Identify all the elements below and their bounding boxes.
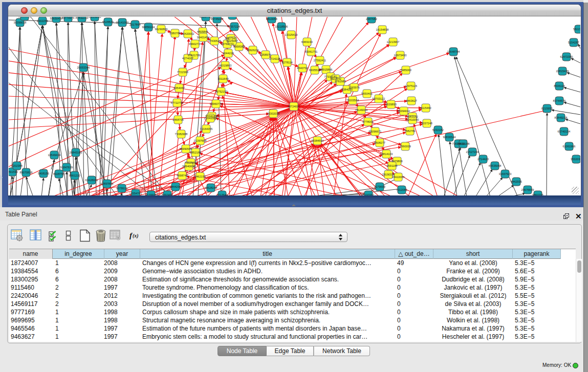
svg-text:32420002: 32420002 bbox=[182, 32, 194, 35]
svg-text:20815439: 20815439 bbox=[556, 70, 569, 73]
svg-text:9115460: 9115460 bbox=[420, 106, 431, 110]
svg-text:83849218: 83849218 bbox=[555, 116, 568, 119]
svg-text:10973493: 10973493 bbox=[394, 54, 407, 57]
svg-text:53703122: 53703122 bbox=[373, 97, 385, 100]
svg-text:89774974: 89774974 bbox=[62, 17, 75, 19]
svg-text:93760773: 93760773 bbox=[221, 42, 234, 46]
svg-text:87832216: 87832216 bbox=[76, 17, 89, 19]
svg-text:2714423: 2714423 bbox=[477, 158, 489, 161]
svg-text:57722796: 57722796 bbox=[171, 101, 184, 104]
svg-text:62897893: 62897893 bbox=[101, 182, 114, 185]
svg-text:8215955: 8215955 bbox=[541, 107, 553, 110]
svg-text:99745048: 99745048 bbox=[211, 17, 224, 20]
svg-text:52410090: 52410090 bbox=[406, 118, 419, 121]
svg-text:16648784: 16648784 bbox=[447, 50, 460, 53]
svg-text:23302035: 23302035 bbox=[267, 112, 280, 115]
svg-text:5408156: 5408156 bbox=[38, 172, 49, 175]
svg-text:89070818: 89070818 bbox=[20, 171, 33, 174]
svg-text:12975115: 12975115 bbox=[405, 84, 417, 87]
svg-text:19218506: 19218506 bbox=[275, 25, 288, 28]
svg-text:5037248: 5037248 bbox=[421, 122, 432, 125]
svg-text:1358976: 1358976 bbox=[260, 53, 271, 56]
svg-text:9078612: 9078612 bbox=[116, 187, 127, 190]
svg-text:29676659: 29676659 bbox=[521, 188, 534, 191]
svg-text:26843185: 26843185 bbox=[70, 151, 82, 154]
svg-text:4891590: 4891590 bbox=[9, 170, 18, 173]
svg-text:6079806: 6079806 bbox=[391, 160, 403, 163]
svg-text:83744576: 83744576 bbox=[553, 99, 566, 102]
svg-text:2724228: 2724228 bbox=[269, 57, 280, 60]
svg-text:96290869: 96290869 bbox=[155, 28, 168, 31]
svg-text:(x): (x) bbox=[133, 233, 139, 239]
svg-text:85096671: 85096671 bbox=[369, 130, 382, 133]
svg-text:21397668: 21397668 bbox=[194, 139, 207, 142]
svg-text:5154287: 5154287 bbox=[568, 41, 579, 44]
svg-text:2017864: 2017864 bbox=[129, 23, 141, 26]
svg-text:90836544: 90836544 bbox=[443, 136, 456, 139]
svg-text:19384554: 19384554 bbox=[311, 139, 324, 142]
svg-text:70025882: 70025882 bbox=[185, 161, 198, 164]
svg-text:2302255: 2302255 bbox=[37, 19, 48, 23]
svg-text:31667923: 31667923 bbox=[499, 172, 512, 176]
svg-text:8508277: 8508277 bbox=[374, 141, 385, 144]
svg-text:90628248: 90628248 bbox=[205, 186, 217, 189]
svg-text:7582781: 7582781 bbox=[404, 129, 416, 133]
svg-text:1468706: 1468706 bbox=[172, 118, 184, 121]
svg-text:7722368: 7722368 bbox=[177, 71, 188, 74]
svg-text:4540702: 4540702 bbox=[297, 67, 308, 70]
svg-text:5650401: 5650401 bbox=[361, 92, 373, 95]
svg-text:6935510: 6935510 bbox=[309, 69, 320, 72]
svg-text:2179699: 2179699 bbox=[374, 185, 385, 188]
svg-text:36401454: 36401454 bbox=[197, 36, 210, 39]
svg-text:9778001: 9778001 bbox=[362, 120, 374, 123]
svg-text:2639893: 2639893 bbox=[385, 103, 397, 106]
svg-text:73382988: 73382988 bbox=[175, 133, 188, 136]
svg-text:55650450: 55650450 bbox=[50, 17, 63, 20]
svg-text:36752197: 36752197 bbox=[215, 90, 228, 93]
svg-text:1462193: 1462193 bbox=[194, 175, 206, 178]
svg-text:45535068: 45535068 bbox=[489, 164, 502, 167]
svg-text:3532032: 3532032 bbox=[571, 158, 580, 161]
svg-text:30399018: 30399018 bbox=[14, 21, 27, 24]
svg-text:4698744: 4698744 bbox=[177, 174, 188, 177]
svg-text:83061791: 83061791 bbox=[305, 50, 318, 53]
svg-text:21643368: 21643368 bbox=[204, 117, 217, 120]
svg-text:39902737: 39902737 bbox=[189, 42, 202, 46]
svg-text:74939188: 74939188 bbox=[457, 142, 470, 145]
svg-text:8278114: 8278114 bbox=[281, 61, 292, 64]
svg-text:18724007: 18724007 bbox=[288, 105, 300, 108]
svg-text:7357224: 7357224 bbox=[229, 25, 240, 28]
svg-text:12213967: 12213967 bbox=[387, 40, 400, 43]
svg-text:19229206: 19229206 bbox=[89, 17, 101, 18]
svg-text:8536114: 8536114 bbox=[554, 84, 564, 87]
svg-text:91847639: 91847639 bbox=[60, 166, 73, 169]
svg-text:4354067: 4354067 bbox=[173, 86, 185, 90]
svg-text:85394042: 85394042 bbox=[398, 110, 410, 113]
svg-text:63428001: 63428001 bbox=[85, 179, 98, 182]
svg-text:72164355: 72164355 bbox=[200, 127, 213, 130]
svg-text:99141000: 99141000 bbox=[116, 21, 129, 24]
svg-text:3011649: 3011649 bbox=[217, 77, 228, 80]
svg-text:20053346: 20053346 bbox=[77, 66, 90, 69]
svg-text:35990584: 35990584 bbox=[180, 147, 192, 150]
svg-text:9463627: 9463627 bbox=[406, 99, 417, 102]
svg-text:8028755: 8028755 bbox=[53, 172, 64, 176]
svg-text:61061966: 61061966 bbox=[563, 145, 576, 148]
svg-text:58940600: 58940600 bbox=[183, 165, 195, 168]
svg-text:3852188: 3852188 bbox=[190, 151, 201, 154]
svg-text:66599395: 66599395 bbox=[18, 17, 31, 18]
svg-text:33960779: 33960779 bbox=[210, 102, 223, 105]
svg-text:13325419: 13325419 bbox=[285, 33, 298, 36]
svg-text:78149300: 78149300 bbox=[355, 108, 368, 112]
svg-text:4274007: 4274007 bbox=[182, 57, 193, 60]
svg-text:78203564: 78203564 bbox=[346, 99, 359, 102]
svg-text:7990009: 7990009 bbox=[400, 145, 411, 148]
svg-text:5225087: 5225087 bbox=[227, 39, 238, 42]
svg-text:7312081: 7312081 bbox=[396, 188, 407, 191]
svg-text:1202384: 1202384 bbox=[11, 164, 23, 167]
svg-text:5380786: 5380786 bbox=[169, 32, 181, 35]
svg-text:9044229: 9044229 bbox=[223, 52, 234, 55]
svg-text:10549434: 10549434 bbox=[48, 154, 61, 157]
svg-text:27592411: 27592411 bbox=[314, 59, 326, 62]
svg-text:30926211: 30926211 bbox=[247, 49, 259, 52]
